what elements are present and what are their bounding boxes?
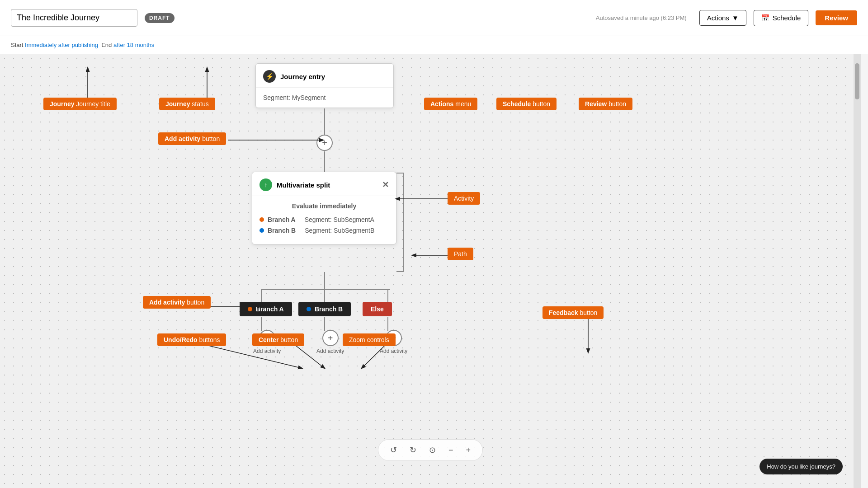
connector-v-b: [324, 289, 325, 303]
calendar-icon: 📅: [761, 14, 770, 22]
undo-button[interactable]: ↺: [387, 443, 400, 457]
branch-a-row: Branch A Segment: SubSegmentA: [259, 216, 389, 223]
schedule-btn-annotation: Schedule button: [496, 98, 557, 110]
start-link[interactable]: Immediately after publishing: [25, 42, 98, 48]
else-tag[interactable]: Else: [363, 302, 392, 316]
connector-split: [324, 272, 325, 290]
branch-a-segment: Segment: SubSegmentA: [305, 216, 374, 223]
fb-text: button: [580, 309, 597, 316]
center-button[interactable]: ⊙: [426, 443, 439, 457]
add-activity-top-btn[interactable]: +: [316, 135, 333, 151]
branch-a-tag-dot: [248, 307, 252, 311]
zoom-out-button[interactable]: −: [446, 444, 456, 457]
journey-entry-card: ⚡ Journey entry Segment: MySegment: [255, 63, 394, 108]
schedule-button[interactable]: 📅 Schedule: [754, 10, 809, 26]
sb-bold: Schedule: [503, 100, 531, 108]
branch-b-dot: [259, 228, 264, 233]
aa-top-bold: Add activity: [165, 135, 200, 142]
undo-redo-annotation: Undo/Redo buttons: [157, 333, 226, 346]
end-label: End: [101, 42, 112, 48]
canvas-toolbar: ↺ ↻ ⊙ − +: [378, 439, 483, 461]
else-label: Else: [371, 305, 384, 313]
review-button[interactable]: Review: [816, 10, 857, 25]
actions-chevron-icon: ▼: [732, 14, 739, 22]
add-activity-top-annotation: Add activity button: [158, 132, 226, 145]
zoom-in-button[interactable]: +: [463, 444, 474, 457]
start-label: Start: [11, 42, 23, 48]
journey-title-input[interactable]: [11, 9, 137, 27]
aa-bot-bold: Add activity: [149, 299, 185, 306]
close-icon[interactable]: ✕: [382, 180, 389, 190]
activity-text: Activity: [454, 195, 474, 202]
ur-bold: Undo/Redo: [164, 336, 198, 343]
journey-entry-icon: ⚡: [263, 70, 276, 83]
svg-line-6: [199, 343, 302, 368]
bolt-icon: ⚡: [266, 73, 274, 80]
actions-menu-annotation: Actions menu: [424, 98, 477, 110]
zoom-annotation: Zoom controls: [343, 333, 396, 346]
activity-bracket: [396, 173, 404, 272]
redo-button[interactable]: ↻: [407, 443, 419, 457]
js-text: status: [192, 100, 208, 108]
jt-bold: Journey: [50, 100, 74, 108]
review-btn-annotation: Review button: [579, 98, 632, 110]
multivariate-title: Multivariate split: [277, 181, 330, 189]
scrollbar[interactable]: [854, 54, 861, 488]
js-bold: Journey: [165, 100, 190, 108]
branch-a-tag[interactable]: Branch A: [240, 302, 292, 316]
connector-v-else: [387, 289, 388, 303]
activity-annotation: Activity: [448, 192, 480, 205]
center-btn-annotation: Center button: [252, 333, 304, 346]
add-label-b: Add activity: [316, 348, 344, 354]
multivariate-header: ↑ Multivariate split ✕: [252, 172, 396, 196]
cv-e2: [387, 317, 388, 331]
header: DRAFT Autosaved a minute ago (6:23 PM) A…: [0, 0, 868, 36]
scrollbar-thumb[interactable]: [855, 63, 859, 99]
am-text: menu: [455, 100, 471, 108]
add-activity-branch-b[interactable]: + Add activity: [316, 330, 344, 354]
am-bold: Actions: [430, 100, 453, 108]
split-icon: ↑: [264, 181, 268, 188]
journey-title-annotation: Journey Journey title: [43, 98, 117, 110]
multivariate-body: Evaluate immediately Branch A Segment: S…: [252, 196, 396, 244]
branch-b-label: Branch B: [268, 227, 296, 234]
journey-entry-title: Journey entry: [280, 73, 325, 80]
add-circle-b[interactable]: +: [322, 330, 339, 346]
branch-b-tag-label: Branch B: [315, 305, 343, 313]
cb-text: button: [280, 336, 298, 343]
evaluate-label: Evaluate immediately: [259, 202, 389, 210]
feedback-tooltip[interactable]: How do you like journeys?: [760, 459, 843, 474]
branch-b-tag-dot: [307, 307, 311, 311]
path-annotation: Path: [448, 248, 473, 260]
rb-text: button: [609, 100, 626, 108]
add-activity-bottom-annotation: Add activity button: [143, 296, 211, 309]
branch-b-segment: Segment: SubSegmentB: [305, 227, 374, 234]
ur-text: buttons: [199, 336, 220, 343]
cv-a2: [261, 317, 262, 331]
sb-text: button: [533, 100, 550, 108]
branch-b-tag[interactable]: Branch B: [298, 302, 351, 316]
review-label: Review: [825, 14, 848, 22]
sub-header: Start Immediately after publishing End a…: [0, 36, 868, 54]
zoom-text: Zoom controls: [349, 336, 389, 343]
journey-entry-segment: Segment: MySegment: [263, 94, 326, 101]
actions-button[interactable]: Actions ▼: [699, 10, 746, 26]
aa-bot-text: button: [187, 299, 204, 306]
end-link[interactable]: after 18 months: [113, 42, 154, 48]
aa-top-text: button: [202, 135, 220, 142]
connector-v-a: [261, 289, 262, 303]
canvas: ⚡ Journey entry Segment: MySegment + ↑ M…: [0, 54, 861, 488]
draft-badge: DRAFT: [145, 13, 175, 23]
rb-bold: Review: [585, 100, 607, 108]
card-header: ⚡ Journey entry: [256, 64, 393, 88]
autosave-text: Autosaved a minute ago (6:23 PM): [596, 14, 687, 21]
path-text: Path: [454, 250, 467, 258]
branch-a-dot: [259, 217, 264, 222]
multivariate-icon: ↑: [259, 178, 272, 191]
fb-bold: Feedback: [549, 309, 578, 316]
connector-entry: [324, 108, 325, 136]
add-label-a: Add activity: [253, 348, 281, 354]
add-circle-top[interactable]: +: [316, 135, 333, 151]
arrows-overlay: [0, 54, 861, 488]
journey-status-annotation: Journey status: [159, 98, 215, 110]
